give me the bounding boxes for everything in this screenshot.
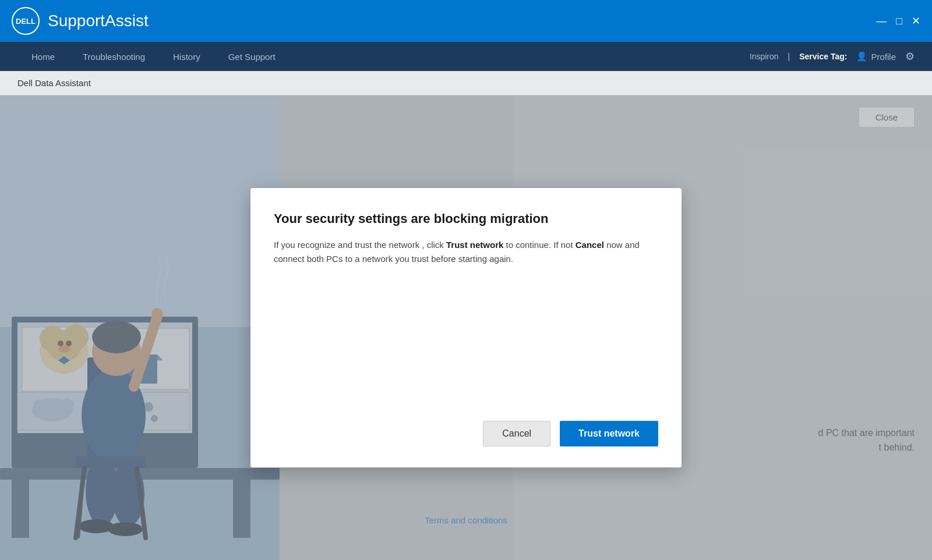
- nav-separator: |: [788, 52, 790, 61]
- app-title: SupportAssist: [48, 12, 149, 30]
- app-logo: DELL SupportAssist: [12, 7, 149, 35]
- dell-logo-circle: DELL: [12, 7, 40, 35]
- profile-link[interactable]: 👤 Profile: [856, 51, 896, 62]
- modal-title: Your security settings are blocking migr…: [274, 211, 658, 226]
- nav-links: Home Troubleshooting History Get Support: [17, 42, 750, 71]
- nav-get-support[interactable]: Get Support: [214, 42, 290, 71]
- trust-network-button[interactable]: Trust network: [560, 421, 658, 446]
- dell-logo-text: DELL: [16, 17, 36, 26]
- maximize-button[interactable]: □: [896, 16, 902, 26]
- profile-label: Profile: [871, 52, 896, 62]
- sub-header-title: Dell Data Assistant: [17, 78, 91, 88]
- nav-home[interactable]: Home: [17, 42, 69, 71]
- nav-troubleshooting[interactable]: Troubleshooting: [69, 42, 159, 71]
- device-name: Inspiron: [750, 52, 779, 61]
- nav-history[interactable]: History: [159, 42, 214, 71]
- window-controls: — □ ✕: [876, 16, 920, 26]
- title-bar: DELL SupportAssist — □ ✕: [0, 0, 932, 42]
- main-content: Close d PC that are important t behind. …: [0, 95, 932, 560]
- profile-icon: 👤: [856, 51, 867, 62]
- nav-right: Inspiron | Service Tag: 👤 Profile ⚙: [750, 50, 915, 63]
- cancel-button[interactable]: Cancel: [483, 421, 550, 446]
- minimize-button[interactable]: —: [876, 16, 887, 26]
- close-window-button[interactable]: ✕: [912, 16, 920, 26]
- modal-overlay: Your security settings are blocking migr…: [0, 95, 932, 560]
- service-tag-label: Service Tag:: [799, 52, 847, 61]
- nav-bar: Home Troubleshooting History Get Support…: [0, 42, 932, 71]
- modal-body: If you recognize and trust the network ,…: [274, 238, 658, 398]
- sub-header: Dell Data Assistant: [0, 71, 932, 95]
- settings-icon[interactable]: ⚙: [905, 50, 915, 63]
- cancel-bold: Cancel: [576, 240, 604, 250]
- modal-footer: Cancel Trust network: [274, 415, 658, 446]
- trust-network-bold: Trust network: [446, 240, 503, 250]
- modal-body-part1: If you recognize and trust the network ,…: [274, 240, 446, 250]
- modal-body-part2: to continue. If not: [503, 240, 575, 250]
- modal-dialog: Your security settings are blocking migr…: [250, 188, 682, 467]
